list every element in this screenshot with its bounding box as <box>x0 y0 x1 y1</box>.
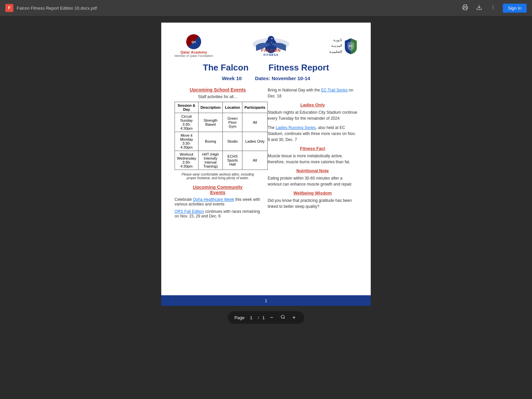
table-cell-loc-1: Green Floor Gym <box>223 113 242 132</box>
staff-text: Staff activities for all… <box>175 94 261 99</box>
zoom-in-button[interactable]: + <box>291 314 298 321</box>
total-pages: 1 <box>262 315 265 320</box>
logo-right: ثانويـةالمدينـةالتعليميـة EC <box>329 37 357 55</box>
intro-text-pre: Bring in National Day with the <box>268 88 321 92</box>
download-button[interactable] <box>475 3 483 13</box>
week-label: Week 10 <box>222 75 242 81</box>
community-body-1: Celebrate Doha Healthcare Week this week… <box>175 197 261 206</box>
title-fitness: Fitness Report <box>269 63 329 73</box>
events-table: Session & Day Description Location Parti… <box>175 102 268 170</box>
page-input[interactable] <box>248 315 254 320</box>
print-button[interactable] <box>461 3 469 13</box>
table-note: Please wear comfortable workout attire, … <box>175 173 261 180</box>
app-icon: F <box>5 4 13 12</box>
table-cell-desc-3: HIIT (High Intensity Interval Training) <box>198 151 223 170</box>
left-column: Upcoming School Events Staff activities … <box>175 87 261 221</box>
svg-point-4 <box>492 9 493 9</box>
doha-healthcare-link[interactable]: Doha Healthcare Week <box>193 197 234 202</box>
table-cell-loc-2: Studio <box>223 132 242 151</box>
table-row: Workout Wednesday3:30-4:30pm HIIT (High … <box>175 151 268 170</box>
page-label: Page <box>234 315 244 320</box>
more-options-button[interactable] <box>489 3 497 13</box>
falcon-fitness-logo: FALCON FITNESS <box>249 33 293 59</box>
right-column: Bring in National Day with the EC Trail … <box>268 87 357 221</box>
table-header-description: Description <box>198 102 223 113</box>
svg-rect-0 <box>464 8 466 10</box>
fitness-fact-heading: Fitness Fact <box>268 146 357 151</box>
ladies-text-2: The Ladies Running Series, also held at … <box>268 125 357 143</box>
intro-text: Bring in National Day with the EC Trail … <box>268 87 357 99</box>
arabic-text: ثانويـةالمدينـةالتعليميـة <box>329 37 342 55</box>
svg-point-14 <box>281 315 284 318</box>
table-header-location: Location <box>223 102 242 113</box>
community-text-1-pre: Celebrate <box>175 197 193 202</box>
svg-point-2 <box>492 5 493 6</box>
header-logos: QA Qatar Academy Member of Qatar Foundat… <box>175 33 357 59</box>
wellbeing-wisdom-heading: Wellbeing Wisdom <box>268 191 357 196</box>
title-falcon: The Falcon <box>203 63 248 73</box>
page-number: 1 <box>265 298 267 303</box>
sign-in-button[interactable]: Sign In <box>503 4 527 13</box>
wellbeing-wisdom-text: Did you know that practicing gratitude h… <box>268 198 357 209</box>
document-footer: 1 <box>161 295 371 306</box>
table-cell-session-3: Workout Wednesday3:30-4:30pm <box>175 151 199 170</box>
table-cell-session-1: Circuit Sunday3:30-4:30pm <box>175 113 199 132</box>
svg-line-15 <box>284 318 285 319</box>
table-cell-part-3: All <box>242 151 268 170</box>
svg-text:FITNESS: FITNESS <box>264 53 279 57</box>
org-sub: Member of Qatar Foundation <box>175 54 213 58</box>
document-title: Falcon Fitness Report Edition 10.docx.pd… <box>17 6 97 11</box>
table-cell-part-1: All <box>242 113 268 132</box>
school-events-heading: Upcoming School Events <box>175 87 261 92</box>
table-cell-desc-2: Boxing <box>198 132 223 151</box>
ec-trail-link[interactable]: EC Trail Series <box>321 88 348 92</box>
zoom-out-button[interactable]: − <box>268 314 275 321</box>
pagination-pill: Page / 1 − + <box>228 311 304 324</box>
table-cell-loc-3: ECHS Sports Hall <box>223 151 242 170</box>
svg-text:FALCON: FALCON <box>261 48 281 53</box>
table-header-participants: Participants <box>242 102 268 113</box>
table-cell-desc-1: Strength Based <box>198 113 223 132</box>
table-header-session: Session & Day <box>175 102 199 113</box>
toolbar-left: F Falcon Fitness Report Edition 10.docx.… <box>5 4 97 12</box>
nutritional-note-text: Eating protein within 30-60 minutes afte… <box>268 175 357 187</box>
document: QA Qatar Academy Member of Qatar Foundat… <box>161 23 371 295</box>
ladies-only-heading: Ladies Only <box>268 102 357 107</box>
education-city-logo: EC <box>344 38 357 54</box>
fitness-fact-text: Muscle tissue is more metabolically acti… <box>268 153 357 165</box>
table-row: Circuit Sunday3:30-4:30pm Strength Based… <box>175 113 268 132</box>
ladies-text-1: Stadium nights at Education City Stadium… <box>268 109 357 121</box>
title-row: The Falcon Fitness Report <box>175 63 357 73</box>
table-row: Move it Monday3:30-4:30pm Boxing Studio … <box>175 132 268 151</box>
ladies-text-2-pre: The <box>268 125 276 130</box>
qatar-academy-logo: QA <box>186 34 201 49</box>
org-name: Qatar Academy <box>181 50 207 54</box>
toolbar: F Falcon Fitness Report Edition 10.docx.… <box>0 0 532 16</box>
svg-point-3 <box>492 7 493 8</box>
falcon-logo-center: FALCON FITNESS <box>249 33 293 59</box>
subtitle-row: Week 10 Dates: November 10-14 <box>175 75 357 81</box>
pagination-bar: Page / 1 − + <box>228 306 304 329</box>
community-body-2: QRS Fall Edition continues with races re… <box>175 209 261 218</box>
main-area: QA Qatar Academy Member of Qatar Foundat… <box>0 16 532 399</box>
table-cell-session-2: Move it Monday3:30-4:30pm <box>175 132 199 151</box>
app-icon-letter: F <box>8 6 10 10</box>
two-column-layout: Upcoming School Events Staff activities … <box>175 87 357 221</box>
page-separator: / <box>258 315 259 320</box>
community-section: Upcoming CommunityEvents Celebrate Doha … <box>175 185 261 218</box>
dates-label: Dates: November 10-14 <box>255 75 310 81</box>
community-events-heading: Upcoming CommunityEvents <box>175 185 261 195</box>
ladies-running-link[interactable]: Ladies Running Series <box>276 125 316 130</box>
table-cell-part-2: Ladies Only <box>242 132 268 151</box>
qrs-fall-link[interactable]: QRS Fall Edition <box>175 209 204 214</box>
nutritional-note-heading: Nutritional Note <box>268 168 357 173</box>
svg-point-10 <box>272 39 273 39</box>
svg-text:EC: EC <box>349 45 352 48</box>
search-button[interactable] <box>279 314 287 321</box>
logo-left: QA Qatar Academy Member of Qatar Foundat… <box>175 34 213 58</box>
toolbar-right: Sign In <box>461 3 527 13</box>
